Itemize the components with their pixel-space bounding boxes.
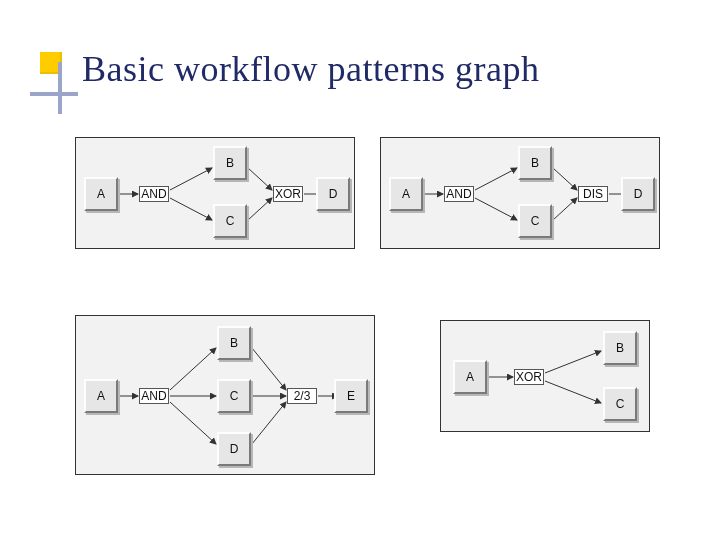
node-b: B [217,326,251,360]
workflow-panel-4: A XOR B C [440,320,650,432]
op-dis: DIS [578,186,608,202]
svg-line-25 [545,351,601,373]
node-c: C [518,204,552,238]
node-b: B [213,146,247,180]
svg-line-19 [252,348,286,390]
node-b: B [603,331,637,365]
svg-line-3 [170,198,212,220]
workflow-panel-1: A AND B C XOR D [75,137,355,249]
op-xor: XOR [514,369,544,385]
svg-line-9 [475,168,517,190]
svg-line-18 [170,402,216,444]
node-b: B [518,146,552,180]
op-and: AND [139,388,169,404]
node-c: C [217,379,251,413]
svg-line-11 [553,168,577,190]
svg-line-21 [252,402,286,444]
node-e: E [334,379,368,413]
svg-line-10 [475,198,517,220]
workflow-panel-2: A AND B C DIS D [380,137,660,249]
svg-line-26 [545,381,601,403]
op-and: AND [139,186,169,202]
node-d: D [316,177,350,211]
bullet-cross-h [30,92,78,96]
svg-line-2 [170,168,212,190]
node-d: D [217,432,251,466]
node-a: A [389,177,423,211]
node-a: A [453,360,487,394]
op-and: AND [444,186,474,202]
op-2of3: 2/3 [287,388,317,404]
svg-line-5 [248,198,272,220]
node-c: C [213,204,247,238]
workflow-panel-3: A AND B C D 2/3 E [75,315,375,475]
bullet-cross-v [58,62,62,114]
svg-line-16 [170,348,216,390]
op-xor: XOR [273,186,303,202]
node-a: A [84,177,118,211]
svg-line-4 [248,168,272,190]
node-c: C [603,387,637,421]
node-a: A [84,379,118,413]
node-d: D [621,177,655,211]
svg-line-12 [553,198,577,220]
slide-title: Basic workflow patterns graph [82,48,539,90]
